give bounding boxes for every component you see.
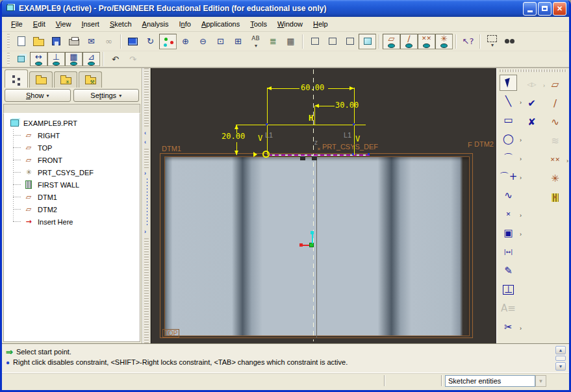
activate-window-button[interactable] [12, 52, 30, 66]
label-prt-csys-def[interactable]: PRT_CSYS_DEF [322, 143, 378, 151]
menu-insert[interactable]: Insert [76, 18, 105, 30]
tab-model-tree[interactable] [5, 69, 28, 88]
flyout-icon[interactable]: › [543, 82, 545, 89]
tab-favorites[interactable]: ✳ [54, 71, 77, 88]
grid-display-button[interactable]: ▦ [65, 52, 82, 66]
scroll-down-icon[interactable]: ▼ [555, 362, 566, 371]
dim-width-value[interactable]: 60.00 [301, 84, 324, 92]
sketch-modify-button[interactable]: ✎ [500, 263, 517, 279]
expand-right-icon[interactable]: › [144, 229, 146, 235]
dimension-display-button[interactable]: ↔ [30, 52, 47, 66]
no-hidden-button[interactable] [341, 34, 359, 49]
vertex-dot[interactable] [368, 153, 370, 155]
flyout-icon[interactable]: › [520, 231, 522, 238]
constraint-display-button[interactable]: ⊥ [47, 52, 65, 66]
message-scrollbar[interactable]: ▲ ▼ [555, 346, 566, 371]
menu-help[interactable]: Help [308, 18, 333, 30]
start-point-marker[interactable] [262, 151, 270, 158]
toolbar-grip[interactable] [7, 34, 10, 49]
dim-30-line[interactable] [319, 106, 335, 106]
maximize-button[interactable] [538, 2, 552, 16]
menu-window[interactable]: Window [272, 18, 308, 30]
open-file-button[interactable] [30, 34, 47, 49]
chevron-down-icon[interactable]: ▾ [491, 42, 494, 48]
show-menu-button[interactable]: Show▾ [5, 89, 71, 102]
drag-handle[interactable] [312, 156, 317, 160]
sketch-point-button[interactable]: ✕› [500, 206, 517, 223]
find-button[interactable] [501, 34, 518, 49]
tree-item-first-wall[interactable]: FIRST WALL [4, 178, 140, 191]
tab-folder-browser[interactable] [29, 71, 53, 88]
sketch-spline-button[interactable]: ∿ [500, 188, 517, 204]
menu-applications[interactable]: Applications [196, 18, 245, 30]
vertex-dot[interactable] [352, 153, 354, 155]
sketch-arc-button[interactable]: ⌒› [500, 150, 517, 166]
vertex-display-button[interactable]: ⊿ [82, 52, 100, 66]
flyout-icon[interactable]: › [566, 158, 568, 164]
undo-button[interactable]: ↶ [107, 52, 124, 66]
sketch-cancel-button[interactable]: ✘ [523, 114, 540, 130]
refit-button[interactable]: ⊡ [212, 34, 229, 49]
context-help-button[interactable]: ↖? [459, 34, 477, 49]
label-dtm1[interactable]: DTM1 [162, 145, 181, 153]
save-file-button[interactable] [47, 34, 65, 49]
collapse-left-icon[interactable]: ‹ [144, 140, 146, 145]
dim-60-line[interactable] [267, 88, 299, 89]
menu-analysis[interactable]: Analysis [137, 18, 174, 30]
tree-item-insert-here[interactable]: →Insert Here [4, 215, 140, 228]
sketch-line-vertical-left[interactable] [267, 88, 268, 155]
menu-file[interactable]: File [6, 18, 28, 30]
shaded-button[interactable] [359, 34, 376, 49]
hidden-line-button[interactable] [324, 34, 341, 49]
flyout-icon[interactable]: › [520, 175, 522, 181]
zoom-out-button[interactable]: ⊖ [194, 34, 212, 49]
sketch-datum-curve-button[interactable]: ∿ [546, 114, 564, 130]
flyout-icon[interactable]: › [520, 99, 522, 106]
close-button[interactable]: ✕ [553, 2, 566, 16]
tree-item-front[interactable]: ▱FRONT [4, 154, 140, 166]
sketch-rectangle-button[interactable]: ▭ [500, 112, 517, 129]
menu-info[interactable]: Info [174, 18, 196, 30]
vertex-dot[interactable] [266, 123, 268, 125]
minimize-button[interactable] [523, 2, 537, 16]
repaint-button[interactable] [124, 34, 142, 49]
sketch-trim-button[interactable]: ✂› [500, 319, 517, 336]
layers-button[interactable]: ≣ [264, 34, 282, 49]
flyout-icon[interactable]: › [520, 325, 522, 332]
combo-dropdown-icon[interactable]: ▼ [535, 375, 546, 387]
view-manager-button[interactable]: ▦ [282, 34, 299, 49]
menu-tools[interactable]: Tools [245, 18, 272, 30]
wireframe-button[interactable] [306, 34, 324, 49]
flyout-icon[interactable]: › [520, 156, 522, 162]
vertical-centerline[interactable] [313, 69, 314, 341]
sketch-line-horizontal[interactable] [236, 125, 366, 125]
dim-half-value[interactable]: 30.00 [335, 101, 359, 110]
scroll-up-icon[interactable]: ▲ [555, 346, 566, 354]
menu-edit[interactable]: Edit [28, 18, 51, 30]
sketch-use-edge-button[interactable]: ▣› [500, 225, 517, 241]
send-email-button[interactable]: ✉ [82, 34, 100, 49]
label-dtm2[interactable]: DTM2 [474, 141, 494, 148]
spin-center-toggle-button[interactable] [159, 34, 177, 49]
part-body[interactable] [164, 156, 470, 336]
sketch-line-button[interactable]: ╲› [500, 93, 517, 110]
tree-item-top[interactable]: ▱TOP [4, 141, 140, 154]
sketch-datum-points-button[interactable]: ✕✕› [546, 152, 564, 168]
selection-filter-combo[interactable]: Sketcher entities [445, 375, 535, 387]
scroll-thumb[interactable] [555, 356, 566, 361]
sketch-fillet-button[interactable]: ⌒+› [500, 169, 517, 185]
graphics-canvas[interactable]: 60.00 30.00 20.00 H V V L1 L1 [151, 68, 496, 343]
point-display-button[interactable]: ✕✕ [418, 34, 435, 49]
print-button[interactable] [65, 34, 82, 49]
chevron-down-icon[interactable]: ▾ [255, 43, 257, 49]
tree-item-prt-csys-def[interactable]: ✳PRT_CSYS_DEF [4, 166, 140, 178]
selection-filter-button[interactable]: ▾ [483, 34, 501, 49]
menu-sketch[interactable]: Sketch [105, 18, 137, 30]
tree-item-dtm1[interactable]: ▱DTM1 [4, 191, 140, 203]
settings-menu-button[interactable]: Settings▾ [73, 89, 140, 102]
tree-item-dtm2[interactable]: ▱DTM2 [4, 203, 140, 215]
titlebar[interactable]: EXAMPLE9 (Active) - Pro/ENGINEER Educati… [2, 0, 569, 17]
sketch-axis-point-button[interactable]: ✕ [546, 190, 564, 206]
sketch-select-button[interactable] [500, 75, 517, 91]
flyout-icon[interactable]: › [520, 137, 522, 143]
